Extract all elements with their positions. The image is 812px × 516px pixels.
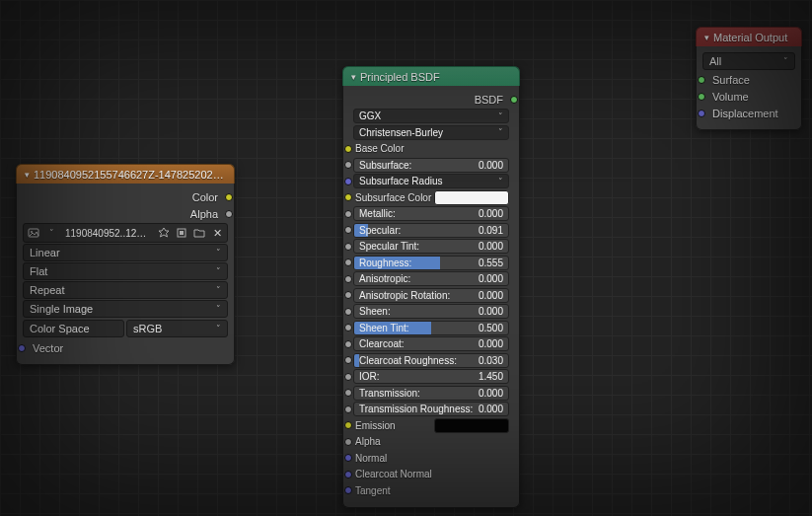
socket-in-vector[interactable] xyxy=(18,344,26,352)
bsdf-alpha-row: Alpha xyxy=(349,434,513,450)
bsdf-tangent-label: Tangent xyxy=(355,485,391,496)
bsdf-subsurface-radius-row[interactable]: Subsurface Radius˅ xyxy=(349,174,513,189)
socket-in-clearcoat-roughness[interactable] xyxy=(344,356,352,364)
image-texture-node[interactable]: ▾ 1190840952155746627Z-14782520239312496… xyxy=(16,164,235,365)
bsdf-roughness-row[interactable]: Roughness:0.555 xyxy=(349,255,513,270)
bsdf-clearcoat-roughness-row[interactable]: Clearcoat Roughness:0.030 xyxy=(349,352,513,368)
socket-out-bsdf[interactable] xyxy=(510,96,518,104)
sss-method-dropdown[interactable]: Christensen-Burley˅ xyxy=(349,124,513,140)
bsdf-node-header[interactable]: ▾ Principled BSDF xyxy=(342,66,520,86)
socket-in-ior[interactable] xyxy=(344,373,352,381)
material-output-header[interactable]: ▾ Material Output xyxy=(696,27,802,46)
socket-in-subsurface-radius[interactable] xyxy=(344,178,352,185)
bsdf-anisotropic-rotation-row[interactable]: Anisotropic Rotation:0.000 xyxy=(349,287,513,303)
collapse-triangle-icon[interactable]: ▾ xyxy=(25,170,30,180)
bsdf-base-color-row: Base Color xyxy=(349,141,513,157)
socket-in-specular[interactable] xyxy=(344,226,352,234)
output-alpha-row: Alpha xyxy=(23,205,228,222)
bsdf-normal-row: Normal xyxy=(349,450,513,466)
bsdf-alpha-label: Alpha xyxy=(355,436,381,447)
bsdf-ior-row[interactable]: IOR:1.450 xyxy=(349,369,513,385)
distribution-dropdown[interactable]: GGX˅ xyxy=(349,109,513,124)
source-value: Single Image xyxy=(30,303,93,315)
chevron-down-icon: ˅ xyxy=(783,56,788,66)
interpolation-value: Linear xyxy=(30,247,60,258)
bsdf-emission-row[interactable]: Emission xyxy=(349,417,513,433)
socket-in-subsurface[interactable] xyxy=(344,161,352,169)
image-filename[interactable]: 1190840952..12496824.png xyxy=(61,228,154,239)
bsdf-transmission-row[interactable]: Transmission:0.000 xyxy=(349,385,513,401)
socket-in-roughness[interactable] xyxy=(344,258,352,266)
open-image-icon[interactable] xyxy=(191,225,207,241)
image-node-header[interactable]: ▾ 1190840952155746627Z-14782520239312496… xyxy=(16,164,235,184)
socket-in-transmission-roughness[interactable] xyxy=(344,405,352,413)
bsdf-metallic-row[interactable]: Metallic:0.000 xyxy=(349,206,513,222)
socket-in-metallic[interactable] xyxy=(344,210,352,218)
collapse-triangle-icon[interactable]: ▾ xyxy=(351,72,356,82)
chevron-down-icon: ˅ xyxy=(216,266,221,276)
socket-in-subsurface-color[interactable] xyxy=(344,193,352,201)
source-dropdown[interactable]: Single Image ˅ xyxy=(23,300,228,318)
bsdf-specular-row[interactable]: Specular:0.091 xyxy=(349,222,513,238)
bsdf-sheen-row[interactable]: Sheen:0.000 xyxy=(349,304,513,320)
extension-dropdown[interactable]: Repeat ˅ xyxy=(23,281,228,299)
bsdf-base-color-label: Base Color xyxy=(355,143,404,154)
target-value: All xyxy=(709,55,721,67)
socket-in-surface[interactable] xyxy=(698,76,705,84)
unlink-image-icon[interactable]: ✕ xyxy=(209,225,225,241)
bsdf-specular-tint-row[interactable]: Specular Tint:0.000 xyxy=(349,239,513,255)
color-space-label-box: Color Space xyxy=(23,320,124,337)
socket-in-clearcoat-normal[interactable] xyxy=(344,471,352,479)
bsdf-node-title: Principled BSDF xyxy=(360,71,440,83)
bsdf-subsurface-row[interactable]: Subsurface:0.000 xyxy=(349,157,513,173)
material-output-body: All ˅ Surface Volume Displacement xyxy=(696,46,802,130)
socket-in-base-color[interactable] xyxy=(344,145,352,153)
socket-in-anisotropic[interactable] xyxy=(344,275,352,283)
input-vector-label: Vector xyxy=(33,342,63,354)
input-volume-row: Volume xyxy=(702,88,795,105)
bsdf-clearcoat-row[interactable]: Clearcoat:0.000 xyxy=(349,336,513,352)
output-color-row: Color xyxy=(23,188,228,205)
socket-in-normal[interactable] xyxy=(344,454,352,462)
fake-user-icon[interactable] xyxy=(156,225,172,241)
projection-dropdown[interactable]: Flat ˅ xyxy=(23,262,228,280)
socket-in-sheen[interactable] xyxy=(344,308,352,316)
socket-in-alpha[interactable] xyxy=(344,438,352,446)
socket-in-clearcoat[interactable] xyxy=(344,340,352,348)
bsdf-anisotropic-row[interactable]: Anisotropic:0.000 xyxy=(349,271,513,287)
bsdf-emission-swatch[interactable] xyxy=(434,418,509,433)
target-dropdown[interactable]: All ˅ xyxy=(702,52,795,70)
collapse-triangle-icon[interactable]: ▾ xyxy=(704,33,709,42)
interpolation-dropdown[interactable]: Linear ˅ xyxy=(23,244,228,261)
chevron-down-icon: ˅ xyxy=(216,304,221,314)
input-surface-label: Surface xyxy=(712,74,750,86)
socket-in-displacement[interactable] xyxy=(698,110,705,117)
bsdf-subsurface-color-row[interactable]: Subsurface Color xyxy=(349,189,513,205)
browse-image-icon[interactable] xyxy=(26,225,41,241)
socket-in-sheen-tint[interactable] xyxy=(344,324,352,332)
bsdf-node-body: BSDF GGX˅ Christensen-Burley˅ Base Color… xyxy=(342,86,520,508)
socket-in-transmission[interactable] xyxy=(344,389,352,397)
color-space-label: Color Space xyxy=(30,323,90,334)
color-space-dropdown[interactable]: sRGB ˅ xyxy=(126,320,228,337)
bsdf-transmission-roughness-row[interactable]: Transmission Roughness:0.000 xyxy=(349,402,513,417)
socket-in-specular-tint[interactable] xyxy=(344,243,352,251)
socket-in-tangent[interactable] xyxy=(344,486,352,494)
socket-in-anisotropic-rotation[interactable] xyxy=(344,291,352,299)
new-image-icon[interactable] xyxy=(174,225,189,241)
socket-out-color[interactable] xyxy=(225,193,233,201)
socket-out-alpha[interactable] xyxy=(225,210,233,218)
bsdf-sheen-tint-row[interactable]: Sheen Tint:0.500 xyxy=(349,320,513,335)
output-color-label: Color xyxy=(192,191,218,203)
material-output-node[interactable]: ▾ Material Output All ˅ Surface Volume D… xyxy=(696,27,802,130)
chevron-down-icon: ˅ xyxy=(216,285,221,295)
socket-in-emission[interactable] xyxy=(344,421,352,429)
bsdf-clearcoat-normal-row: Clearcoat Normal xyxy=(349,467,513,482)
projection-value: Flat xyxy=(30,265,47,277)
input-surface-row: Surface xyxy=(702,71,795,88)
bsdf-subsurface-color-swatch[interactable] xyxy=(434,190,509,205)
principled-bsdf-node[interactable]: ▾ Principled BSDF BSDF GGX˅ Christensen-… xyxy=(342,66,520,508)
image-datablock-chevron-icon[interactable]: ˅ xyxy=(43,225,59,241)
chevron-down-icon: ˅ xyxy=(216,324,221,333)
socket-in-volume[interactable] xyxy=(698,93,705,101)
